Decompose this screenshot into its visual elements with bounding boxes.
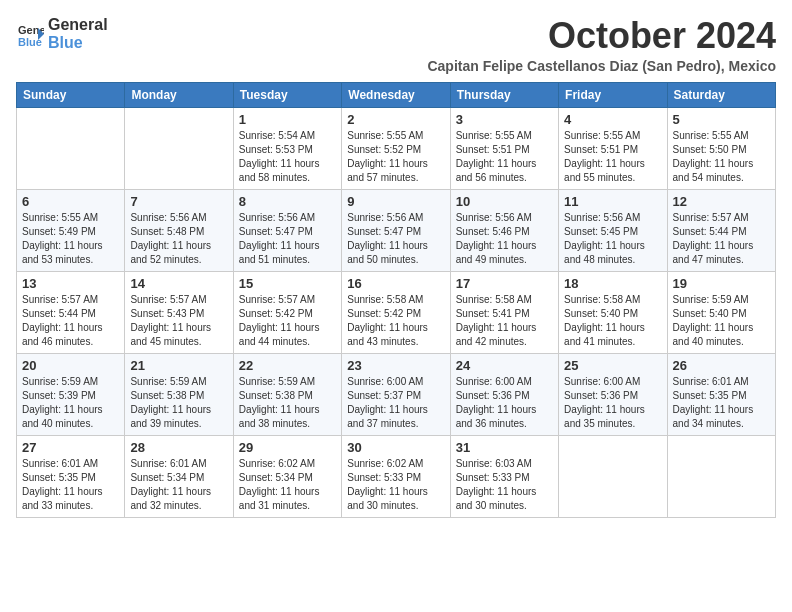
- calendar-table: Sunday Monday Tuesday Wednesday Thursday…: [16, 82, 776, 518]
- day-info: Sunrise: 5:59 AMSunset: 5:39 PMDaylight:…: [22, 375, 119, 431]
- day-number: 23: [347, 358, 444, 373]
- day-number: 25: [564, 358, 661, 373]
- day-number: 2: [347, 112, 444, 127]
- table-row: 14Sunrise: 5:57 AMSunset: 5:43 PMDayligh…: [125, 271, 233, 353]
- day-info: Sunrise: 5:55 AMSunset: 5:52 PMDaylight:…: [347, 129, 444, 185]
- day-number: 27: [22, 440, 119, 455]
- table-row: 25Sunrise: 6:00 AMSunset: 5:36 PMDayligh…: [559, 353, 667, 435]
- day-number: 20: [22, 358, 119, 373]
- table-row: 12Sunrise: 5:57 AMSunset: 5:44 PMDayligh…: [667, 189, 775, 271]
- table-row: 21Sunrise: 5:59 AMSunset: 5:38 PMDayligh…: [125, 353, 233, 435]
- table-row: 4Sunrise: 5:55 AMSunset: 5:51 PMDaylight…: [559, 107, 667, 189]
- header-sunday: Sunday: [17, 82, 125, 107]
- day-number: 21: [130, 358, 227, 373]
- header-wednesday: Wednesday: [342, 82, 450, 107]
- calendar-week-row: 6Sunrise: 5:55 AMSunset: 5:49 PMDaylight…: [17, 189, 776, 271]
- table-row: 13Sunrise: 5:57 AMSunset: 5:44 PMDayligh…: [17, 271, 125, 353]
- logo: General Blue General Blue: [16, 16, 108, 51]
- day-info: Sunrise: 5:58 AMSunset: 5:40 PMDaylight:…: [564, 293, 661, 349]
- table-row: [125, 107, 233, 189]
- table-row: 29Sunrise: 6:02 AMSunset: 5:34 PMDayligh…: [233, 435, 341, 517]
- table-row: 7Sunrise: 5:56 AMSunset: 5:48 PMDaylight…: [125, 189, 233, 271]
- day-info: Sunrise: 5:56 AMSunset: 5:48 PMDaylight:…: [130, 211, 227, 267]
- day-info: Sunrise: 5:59 AMSunset: 5:38 PMDaylight:…: [239, 375, 336, 431]
- day-info: Sunrise: 5:58 AMSunset: 5:42 PMDaylight:…: [347, 293, 444, 349]
- title-section: October 2024 Capitan Felipe Castellanos …: [427, 16, 776, 74]
- header-tuesday: Tuesday: [233, 82, 341, 107]
- table-row: 28Sunrise: 6:01 AMSunset: 5:34 PMDayligh…: [125, 435, 233, 517]
- day-info: Sunrise: 5:57 AMSunset: 5:42 PMDaylight:…: [239, 293, 336, 349]
- day-number: 5: [673, 112, 770, 127]
- calendar-week-row: 20Sunrise: 5:59 AMSunset: 5:39 PMDayligh…: [17, 353, 776, 435]
- page-header: General Blue General Blue October 2024 C…: [16, 16, 776, 74]
- day-info: Sunrise: 6:00 AMSunset: 5:37 PMDaylight:…: [347, 375, 444, 431]
- calendar-week-row: 1Sunrise: 5:54 AMSunset: 5:53 PMDaylight…: [17, 107, 776, 189]
- header-monday: Monday: [125, 82, 233, 107]
- table-row: 23Sunrise: 6:00 AMSunset: 5:37 PMDayligh…: [342, 353, 450, 435]
- logo-blue-text: Blue: [48, 34, 108, 52]
- day-info: Sunrise: 5:55 AMSunset: 5:51 PMDaylight:…: [564, 129, 661, 185]
- day-number: 8: [239, 194, 336, 209]
- day-info: Sunrise: 5:55 AMSunset: 5:49 PMDaylight:…: [22, 211, 119, 267]
- header-saturday: Saturday: [667, 82, 775, 107]
- table-row: 5Sunrise: 5:55 AMSunset: 5:50 PMDaylight…: [667, 107, 775, 189]
- day-info: Sunrise: 6:00 AMSunset: 5:36 PMDaylight:…: [456, 375, 553, 431]
- day-info: Sunrise: 5:56 AMSunset: 5:47 PMDaylight:…: [239, 211, 336, 267]
- day-number: 4: [564, 112, 661, 127]
- day-info: Sunrise: 5:55 AMSunset: 5:51 PMDaylight:…: [456, 129, 553, 185]
- day-number: 1: [239, 112, 336, 127]
- day-number: 18: [564, 276, 661, 291]
- table-row: 27Sunrise: 6:01 AMSunset: 5:35 PMDayligh…: [17, 435, 125, 517]
- table-row: 3Sunrise: 5:55 AMSunset: 5:51 PMDaylight…: [450, 107, 558, 189]
- day-info: Sunrise: 6:01 AMSunset: 5:34 PMDaylight:…: [130, 457, 227, 513]
- day-number: 24: [456, 358, 553, 373]
- day-info: Sunrise: 5:56 AMSunset: 5:45 PMDaylight:…: [564, 211, 661, 267]
- day-number: 7: [130, 194, 227, 209]
- day-number: 17: [456, 276, 553, 291]
- day-info: Sunrise: 5:59 AMSunset: 5:40 PMDaylight:…: [673, 293, 770, 349]
- header-friday: Friday: [559, 82, 667, 107]
- day-info: Sunrise: 6:00 AMSunset: 5:36 PMDaylight:…: [564, 375, 661, 431]
- table-row: 16Sunrise: 5:58 AMSunset: 5:42 PMDayligh…: [342, 271, 450, 353]
- table-row: 9Sunrise: 5:56 AMSunset: 5:47 PMDaylight…: [342, 189, 450, 271]
- day-info: Sunrise: 5:54 AMSunset: 5:53 PMDaylight:…: [239, 129, 336, 185]
- day-number: 30: [347, 440, 444, 455]
- table-row: 22Sunrise: 5:59 AMSunset: 5:38 PMDayligh…: [233, 353, 341, 435]
- table-row: [559, 435, 667, 517]
- table-row: 11Sunrise: 5:56 AMSunset: 5:45 PMDayligh…: [559, 189, 667, 271]
- month-title: October 2024: [427, 16, 776, 56]
- header-thursday: Thursday: [450, 82, 558, 107]
- day-info: Sunrise: 6:01 AMSunset: 5:35 PMDaylight:…: [673, 375, 770, 431]
- day-info: Sunrise: 5:58 AMSunset: 5:41 PMDaylight:…: [456, 293, 553, 349]
- table-row: 10Sunrise: 5:56 AMSunset: 5:46 PMDayligh…: [450, 189, 558, 271]
- day-info: Sunrise: 5:56 AMSunset: 5:47 PMDaylight:…: [347, 211, 444, 267]
- day-number: 13: [22, 276, 119, 291]
- day-info: Sunrise: 5:56 AMSunset: 5:46 PMDaylight:…: [456, 211, 553, 267]
- table-row: 1Sunrise: 5:54 AMSunset: 5:53 PMDaylight…: [233, 107, 341, 189]
- day-number: 15: [239, 276, 336, 291]
- calendar-week-row: 13Sunrise: 5:57 AMSunset: 5:44 PMDayligh…: [17, 271, 776, 353]
- table-row: 19Sunrise: 5:59 AMSunset: 5:40 PMDayligh…: [667, 271, 775, 353]
- calendar-subtitle: Capitan Felipe Castellanos Diaz (San Ped…: [427, 58, 776, 74]
- day-number: 6: [22, 194, 119, 209]
- day-number: 26: [673, 358, 770, 373]
- day-number: 14: [130, 276, 227, 291]
- day-number: 12: [673, 194, 770, 209]
- day-number: 16: [347, 276, 444, 291]
- day-info: Sunrise: 5:57 AMSunset: 5:43 PMDaylight:…: [130, 293, 227, 349]
- table-row: [667, 435, 775, 517]
- table-row: 17Sunrise: 5:58 AMSunset: 5:41 PMDayligh…: [450, 271, 558, 353]
- day-info: Sunrise: 5:55 AMSunset: 5:50 PMDaylight:…: [673, 129, 770, 185]
- table-row: 15Sunrise: 5:57 AMSunset: 5:42 PMDayligh…: [233, 271, 341, 353]
- day-info: Sunrise: 6:01 AMSunset: 5:35 PMDaylight:…: [22, 457, 119, 513]
- table-row: [17, 107, 125, 189]
- day-number: 31: [456, 440, 553, 455]
- table-row: 8Sunrise: 5:56 AMSunset: 5:47 PMDaylight…: [233, 189, 341, 271]
- day-number: 28: [130, 440, 227, 455]
- day-info: Sunrise: 6:02 AMSunset: 5:34 PMDaylight:…: [239, 457, 336, 513]
- day-info: Sunrise: 5:59 AMSunset: 5:38 PMDaylight:…: [130, 375, 227, 431]
- logo-icon: General Blue: [16, 20, 44, 48]
- day-info: Sunrise: 6:02 AMSunset: 5:33 PMDaylight:…: [347, 457, 444, 513]
- day-info: Sunrise: 6:03 AMSunset: 5:33 PMDaylight:…: [456, 457, 553, 513]
- calendar-header-row: Sunday Monday Tuesday Wednesday Thursday…: [17, 82, 776, 107]
